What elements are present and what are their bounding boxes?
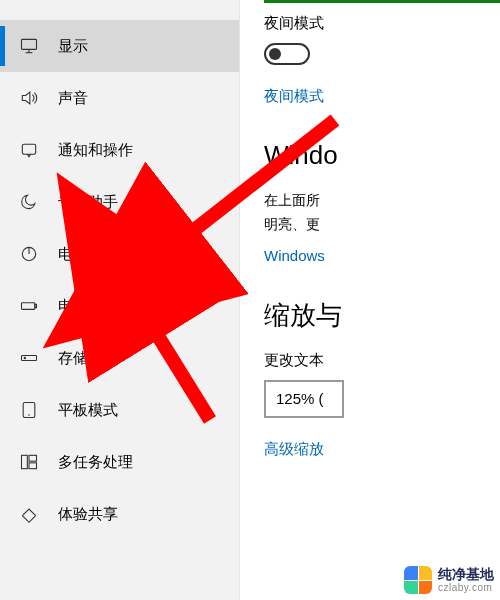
- scale-section: 缩放与 更改文本 125% ( 高级缩放: [264, 298, 500, 459]
- svg-marker-3: [22, 92, 29, 104]
- sidebar-item-label: 通知和操作: [58, 141, 133, 160]
- sidebar-item-label: 存储: [58, 349, 88, 368]
- sidebar-item-label: 显示: [58, 37, 88, 56]
- watermark-text: 纯净基地: [438, 567, 494, 582]
- sidebar-item-power-sleep[interactable]: 电源和睡眠: [0, 228, 239, 280]
- moon-icon: [18, 191, 40, 213]
- sidebar-item-battery[interactable]: 电池: [0, 280, 239, 332]
- power-icon: [18, 243, 40, 265]
- svg-rect-7: [22, 303, 35, 310]
- night-light-toggle[interactable]: [264, 43, 310, 65]
- sidebar-item-label: 声音: [58, 89, 88, 108]
- tablet-icon: [18, 399, 40, 421]
- scale-field-label: 更改文本: [264, 351, 500, 370]
- svg-rect-13: [22, 455, 28, 468]
- night-light-settings-link[interactable]: 夜间模式: [264, 87, 500, 106]
- sidebar-item-sound[interactable]: 声音: [0, 72, 239, 124]
- watermark-url: czlaby.com: [438, 582, 494, 593]
- svg-rect-14: [29, 455, 37, 461]
- share-icon: [18, 503, 40, 525]
- hd-body-line: 在上面所: [264, 189, 500, 213]
- sidebar-item-focus-assist[interactable]: 专注助手: [0, 176, 239, 228]
- sidebar-item-label: 电源和睡眠: [58, 245, 133, 264]
- sidebar-item-label: 体验共享: [58, 505, 118, 524]
- sidebar-item-multitasking[interactable]: 多任务处理: [0, 436, 239, 488]
- hd-body-text: 在上面所 明亮、更: [264, 189, 500, 237]
- sidebar-item-notifications[interactable]: 通知和操作: [0, 124, 239, 176]
- monitor-icon: [18, 35, 40, 57]
- watermark-logo-icon: [404, 566, 432, 594]
- scale-heading: 缩放与: [264, 298, 500, 333]
- settings-sidebar: 显示 声音 通知和操作 专注助手 电源和睡眠: [0, 0, 240, 600]
- hd-body-line: 明亮、更: [264, 213, 500, 237]
- night-light-label: 夜间模式: [264, 14, 500, 33]
- hd-settings-link[interactable]: Windows: [264, 247, 500, 264]
- svg-rect-4: [22, 144, 35, 154]
- watermark: 纯净基地 czlaby.com: [404, 566, 494, 594]
- storage-icon: [18, 347, 40, 369]
- sidebar-item-tablet-mode[interactable]: 平板模式: [0, 384, 239, 436]
- sidebar-item-label: 电池: [58, 297, 88, 316]
- sidebar-item-label: 专注助手: [58, 193, 118, 212]
- battery-icon: [18, 295, 40, 317]
- svg-rect-15: [29, 463, 37, 469]
- sidebar-item-shared-experiences[interactable]: 体验共享: [0, 488, 239, 540]
- svg-rect-8: [35, 304, 37, 307]
- svg-point-10: [24, 357, 25, 358]
- svg-rect-0: [22, 39, 37, 49]
- sidebar-item-label: 多任务处理: [58, 453, 133, 472]
- toggle-knob: [269, 48, 281, 60]
- notification-icon: [18, 139, 40, 161]
- content-pane: 夜间模式 夜间模式 Windo 在上面所 明亮、更 Windows 缩放与 更改…: [240, 0, 500, 600]
- scale-select[interactable]: 125% (: [264, 380, 344, 418]
- sidebar-item-display[interactable]: 显示: [0, 20, 239, 72]
- hd-heading: Windo: [264, 140, 500, 171]
- accent-underline: [264, 0, 500, 3]
- scale-select-value: 125% (: [276, 390, 324, 407]
- sound-icon: [18, 87, 40, 109]
- sidebar-item-storage[interactable]: 存储: [0, 332, 239, 384]
- multitask-icon: [18, 451, 40, 473]
- windows-hd-section: Windo 在上面所 明亮、更 Windows: [264, 140, 500, 264]
- advanced-scaling-link[interactable]: 高级缩放: [264, 440, 500, 459]
- sidebar-item-label: 平板模式: [58, 401, 118, 420]
- night-light-section: 夜间模式 夜间模式: [264, 14, 500, 106]
